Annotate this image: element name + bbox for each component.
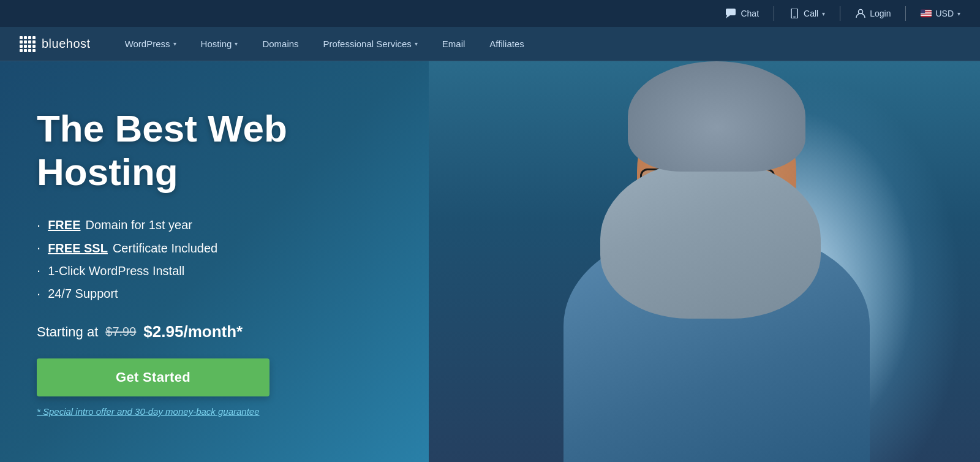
call-link[interactable]: Call ▾ [789,8,825,19]
hero-content: The Best Web Hosting · FREE Domain for 1… [0,107,417,417]
svg-rect-3 [793,17,796,18]
guarantee-text[interactable]: * Special intro offer and 30-day money-b… [37,406,380,417]
feature-support: · 24/7 Support [37,282,380,305]
wordpress-dropdown-icon: ▾ [173,40,176,47]
chat-icon [726,8,737,19]
old-price: $7.99 [105,325,136,339]
hero-section: The Best Web Hosting · FREE Domain for 1… [0,61,980,462]
login-link[interactable]: Login [855,8,891,19]
svg-marker-1 [726,15,730,18]
svg-rect-0 [726,9,736,15]
new-price: $2.95/month* [143,322,243,341]
chat-link[interactable]: Chat [726,8,759,19]
svg-rect-10 [921,10,925,13]
nav-email-label: Email [442,39,466,49]
feature-free-domain: · FREE Domain for 1st year [37,214,380,237]
feature-free-ssl: · FREE SSL Certificate Included [37,237,380,259]
bullet-3: · [37,259,40,282]
pricing-prefix: Starting at [37,324,98,340]
logo[interactable]: bluehost [20,36,91,52]
free-ssl-text: Certificate Included [113,238,217,259]
divider2 [840,6,840,21]
bullet-4: · [37,282,40,305]
bullet-2: · [37,237,40,259]
nav-wordpress-label: WordPress [125,39,170,49]
person-hood [600,159,821,319]
feature-wordpress: · 1-Click WordPress Install [37,259,380,282]
support-text: 24/7 Support [48,283,118,304]
hero-features-list: · FREE Domain for 1st year · FREE SSL Ce… [37,214,380,306]
nav-hosting-label: Hosting [201,39,232,49]
user-icon [855,8,866,19]
chat-label: Chat [741,9,759,18]
call-dropdown-icon: ▾ [822,10,825,17]
pricing-row: Starting at $7.99 $2.95/month* [37,322,380,341]
hero-person-figure [514,61,931,462]
get-started-button[interactable]: Get Started [37,358,270,396]
flag-icon [921,8,932,19]
professional-services-dropdown-icon: ▾ [415,40,418,47]
nav-professional-services-label: Professional Services [323,39,412,49]
nav-hosting[interactable]: Hosting ▾ [191,34,248,54]
divider [774,6,774,21]
nav-professional-services[interactable]: Professional Services ▾ [314,34,428,54]
currency-dropdown-icon: ▾ [957,10,960,17]
svg-rect-9 [921,15,932,16]
nav-domains-label: Domains [262,39,298,49]
hero-title: The Best Web Hosting [37,107,380,194]
main-navigation: bluehost WordPress ▾ Hosting ▾ Domains P… [0,27,980,61]
phone-icon [789,8,800,19]
nav-domains[interactable]: Domains [252,34,308,54]
nav-wordpress[interactable]: WordPress ▾ [115,34,186,54]
hosting-dropdown-icon: ▾ [235,40,238,47]
free-ssl-highlight: FREE SSL [48,238,108,259]
logo-grid-icon [20,36,36,52]
svg-rect-8 [921,13,932,14]
nav-affiliates[interactable]: Affiliates [480,34,533,54]
bullet-1: · [37,214,40,237]
free-domain-highlight: FREE [48,214,80,235]
call-label: Call [804,9,818,18]
free-domain-text: Domain for 1st year [85,214,192,235]
currency-selector[interactable]: USD ▾ [921,8,960,19]
person-hat [628,61,805,172]
nav-affiliates-label: Affiliates [489,39,524,49]
nav-email[interactable]: Email [432,34,475,54]
divider3 [905,6,906,21]
top-utility-bar: Chat Call ▾ Login [0,0,980,27]
currency-label: USD [935,9,954,18]
logo-text: bluehost [42,37,91,51]
wordpress-install-text: 1-Click WordPress Install [48,260,184,281]
login-label: Login [870,9,891,18]
